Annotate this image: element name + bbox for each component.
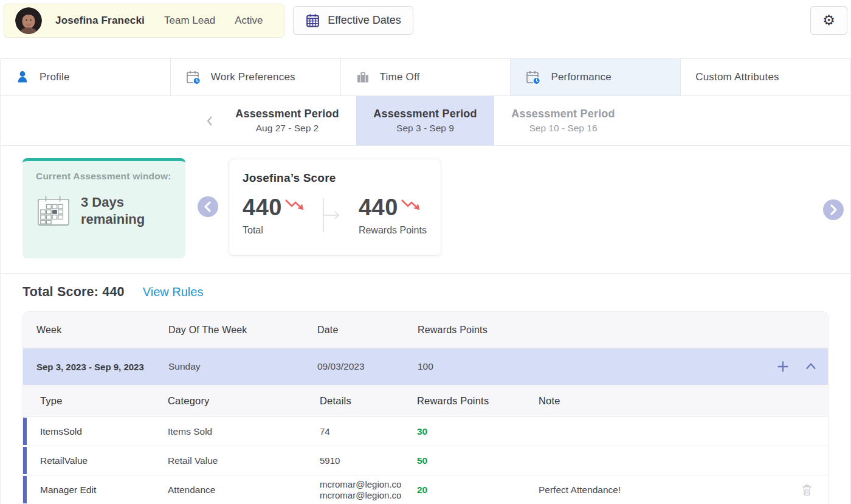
points-cell: 50 xyxy=(417,455,539,466)
chevron-left-icon xyxy=(202,200,213,213)
points-cell: 20 xyxy=(417,485,539,495)
user-name: Josefina Franecki xyxy=(55,15,145,27)
user-role: Team Lead xyxy=(164,15,215,27)
top-bar: Josefina Franecki Team Lead Active xyxy=(0,0,851,58)
trash-icon xyxy=(802,484,812,496)
column-header-category: Category xyxy=(168,395,320,407)
total-score-value: 440 xyxy=(243,196,282,219)
trend-down-icon xyxy=(401,197,421,212)
period-list: Assessment Period Aug 27 - Sep 2 Assessm… xyxy=(218,96,632,145)
tab-custom-attributes[interactable]: Custom Attributes xyxy=(681,59,850,95)
carousel-next-button[interactable] xyxy=(823,199,844,220)
column-header-type: Type xyxy=(40,395,168,407)
day-cell: Sunday xyxy=(168,361,317,372)
gear-icon: ⚙ xyxy=(822,13,835,27)
add-entry-button[interactable] xyxy=(777,361,789,373)
chevron-left-icon xyxy=(205,114,215,128)
row-accent-bar xyxy=(23,476,27,503)
tab-performance[interactable]: Performance xyxy=(511,59,681,95)
type-cell: ItemsSold xyxy=(40,426,168,437)
current-assessment-window-card: Current Assessment window: xyxy=(22,158,185,258)
score-cards-row: Current Assessment window: xyxy=(1,146,850,274)
period-range: Sep 3 - Sep 9 xyxy=(396,123,454,134)
column-header-note: Note xyxy=(539,395,791,407)
total-score-group: 440 Total xyxy=(243,196,305,236)
total-score-text: Total Score: 440 xyxy=(22,285,125,300)
points-cell: 100 xyxy=(418,361,750,372)
period-aug27-sep2[interactable]: Assessment Period Aug 27 - Sep 2 xyxy=(218,96,356,145)
tab-bar: Profile Work Preferences xyxy=(1,58,850,96)
note-cell: Perfect Attendance! xyxy=(539,485,791,495)
week-table-header: Week Day Of The Week Date Rewards Points xyxy=(23,312,828,348)
tab-label: Work Preferences xyxy=(211,71,295,83)
total-score-label: Total xyxy=(243,225,305,236)
detail-row-manager-edit: Manager Edit Attendance mcromar@legion.c… xyxy=(23,475,828,504)
period-title: Assessment Period xyxy=(235,108,339,120)
week-row[interactable]: Sep 3, 2023 - Sep 9, 2023 Sunday 09/03/2… xyxy=(23,348,828,385)
tab-label: Time Off xyxy=(380,71,420,83)
total-score-summary: Total Score: 440 View Rules xyxy=(1,274,850,310)
column-header-details: Details xyxy=(320,395,417,407)
rewards-table: Week Day Of The Week Date Rewards Points… xyxy=(22,311,829,504)
avatar xyxy=(15,7,42,34)
tab-label: Custom Attributes xyxy=(695,71,779,83)
category-cell: Items Sold xyxy=(168,426,320,437)
delete-entry-button[interactable] xyxy=(791,484,822,496)
chevron-up-icon xyxy=(805,361,817,373)
assessment-window-label: Current Assessment window: xyxy=(36,171,173,182)
column-header-week: Week xyxy=(36,325,168,336)
tab-profile[interactable]: Profile xyxy=(1,59,171,95)
row-accent-bar xyxy=(23,418,27,445)
category-cell: Attendance xyxy=(168,485,320,495)
carousel-previous-button[interactable] xyxy=(198,196,218,217)
calendar-clock-icon xyxy=(525,69,541,85)
tab-label: Performance xyxy=(551,71,612,83)
tab-label: Profile xyxy=(40,71,70,83)
trend-down-icon xyxy=(284,197,305,212)
tab-work-preferences[interactable]: Work Preferences xyxy=(171,59,341,95)
person-icon xyxy=(15,70,30,85)
period-title: Assessment Period xyxy=(373,108,477,120)
previous-period-button[interactable] xyxy=(205,96,215,145)
category-cell: Retail Value xyxy=(168,455,320,466)
chevron-right-icon xyxy=(828,203,839,216)
avatar-photo xyxy=(15,7,42,34)
detail-table-header: Type Category Details Rewards Points Not… xyxy=(23,385,828,417)
briefcase-icon xyxy=(356,70,370,85)
period-title: Assessment Period xyxy=(511,108,615,120)
settings-button[interactable]: ⚙ xyxy=(810,6,847,35)
main-panel: Profile Work Preferences xyxy=(0,58,851,504)
effective-dates-label: Effective Dates xyxy=(328,14,401,27)
date-cell: 09/03/2023 xyxy=(317,361,418,372)
points-cell: 30 xyxy=(417,426,539,437)
column-header-day: Day Of The Week xyxy=(168,325,317,336)
period-sep10-sep16[interactable]: Assessment Period Sep 10 - Sep 16 xyxy=(494,96,632,145)
collapse-row-button[interactable] xyxy=(805,361,817,373)
period-sep3-sep9[interactable]: Assessment Period Sep 3 - Sep 9 xyxy=(356,96,494,145)
calendar-clock-icon xyxy=(185,69,201,85)
details-cell: 74 xyxy=(320,426,417,437)
rewards-points-value: 440 xyxy=(359,196,398,219)
days-remaining: 3 Days remaining xyxy=(81,194,145,227)
column-header-rewards-points: Rewards Points xyxy=(417,395,539,407)
view-rules-link[interactable]: View Rules xyxy=(143,285,204,299)
josefina-score-card: Josefina’s Score 440 Total xyxy=(229,159,441,256)
details-cell: 5910 xyxy=(320,455,417,466)
column-header-date: Date xyxy=(317,325,418,336)
detail-row-retail-value: RetailValue Retail Value 5910 50 xyxy=(23,446,828,475)
rewards-points-label: Rewards Points xyxy=(359,225,427,236)
tab-time-off[interactable]: Time Off xyxy=(341,59,511,95)
week-range-cell: Sep 3, 2023 - Sep 9, 2023 xyxy=(36,362,168,372)
row-accent-bar xyxy=(23,447,27,474)
period-range: Sep 10 - Sep 16 xyxy=(529,123,597,134)
user-summary-chip: Josefina Franecki Team Lead Active xyxy=(4,4,284,38)
detail-row-items-sold: ItemsSold Items Sold 74 30 xyxy=(23,417,828,446)
column-header-rewards-points: Rewards Points xyxy=(418,325,750,336)
plus-icon xyxy=(777,361,789,373)
type-cell: RetailValue xyxy=(40,455,168,466)
type-cell: Manager Edit xyxy=(40,485,168,495)
effective-dates-button[interactable]: Effective Dates xyxy=(293,6,413,35)
assessment-period-strip: Assessment Period Aug 27 - Sep 2 Assessm… xyxy=(1,96,850,146)
period-range: Aug 27 - Sep 2 xyxy=(256,123,319,134)
user-status: Active xyxy=(235,15,263,27)
